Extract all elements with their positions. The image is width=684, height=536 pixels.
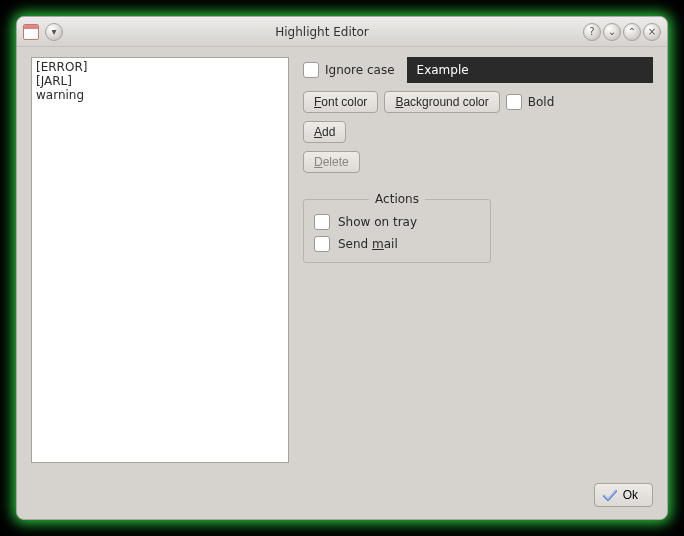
minimize-button[interactable]: ⌄ xyxy=(603,23,621,41)
right-panel: Ignore case Example Font color Backgroun… xyxy=(303,57,653,471)
maximize-button[interactable]: ⌃ xyxy=(623,23,641,41)
list-item[interactable]: [JARL] xyxy=(36,74,284,88)
example-preview: Example xyxy=(407,57,653,83)
window-title: Highlight Editor xyxy=(63,25,581,39)
close-button[interactable]: × xyxy=(643,23,661,41)
show-on-tray-label[interactable]: Show on tray xyxy=(338,215,417,229)
titlebar: ▾ Highlight Editor ? ⌄ ⌃ × xyxy=(17,17,667,47)
add-button[interactable]: Add xyxy=(303,121,346,143)
send-mail-label[interactable]: Send mail xyxy=(338,237,398,251)
bold-label[interactable]: Bold xyxy=(528,95,555,109)
list-item[interactable]: warning xyxy=(36,88,284,102)
ignore-case-label[interactable]: Ignore case xyxy=(325,63,395,77)
actions-group: Actions Show on tray Send mail xyxy=(303,199,491,263)
ok-button-label: Ok xyxy=(623,488,638,502)
content: [ERROR] [JARL] warning Ignore case Examp… xyxy=(17,47,667,475)
list-item[interactable]: [ERROR] xyxy=(36,60,284,74)
send-mail-checkbox[interactable] xyxy=(314,236,330,252)
font-color-button[interactable]: Font color xyxy=(303,91,378,113)
help-button[interactable]: ? xyxy=(583,23,601,41)
ignore-case-checkbox[interactable] xyxy=(303,62,319,78)
ok-button[interactable]: Ok xyxy=(594,483,653,507)
footer: Ok xyxy=(17,475,667,519)
check-icon xyxy=(603,489,617,501)
bold-checkbox[interactable] xyxy=(506,94,522,110)
actions-group-title: Actions xyxy=(369,192,425,206)
window-menu-button[interactable]: ▾ xyxy=(45,23,63,41)
delete-button[interactable]: Delete xyxy=(303,151,360,173)
example-preview-text: Example xyxy=(417,63,469,77)
show-on-tray-checkbox[interactable] xyxy=(314,214,330,230)
window: ▾ Highlight Editor ? ⌄ ⌃ × [ERROR] [JARL… xyxy=(16,16,668,520)
background-color-button[interactable]: Background color xyxy=(384,91,499,113)
app-icon xyxy=(23,24,39,40)
pattern-listbox[interactable]: [ERROR] [JARL] warning xyxy=(31,57,289,463)
